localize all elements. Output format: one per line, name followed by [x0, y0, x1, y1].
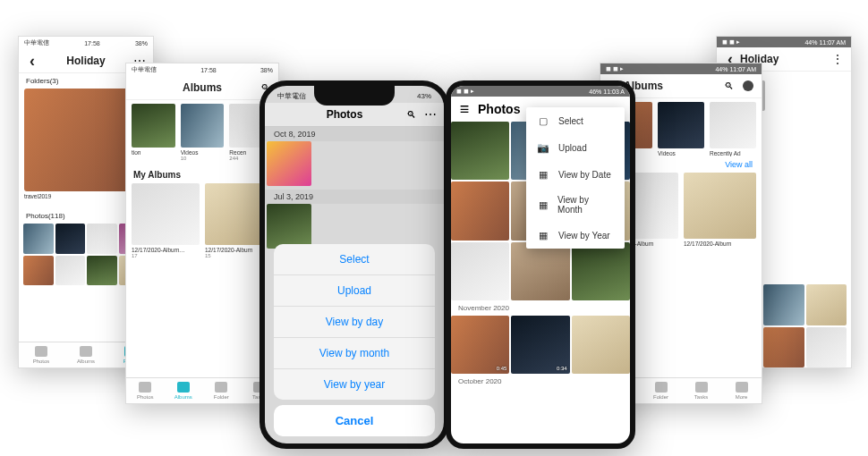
photo-thumb[interactable]: [763, 327, 804, 367]
photo-thumb[interactable]: [267, 141, 311, 186]
sheet-upload[interactable]: Upload: [274, 274, 435, 306]
section-october: October 2020: [451, 374, 630, 389]
photo-thumb[interactable]: [572, 242, 630, 300]
tab-photos[interactable]: Photos: [19, 342, 64, 367]
photo-thumb[interactable]: [763, 284, 804, 325]
album-thumb[interactable]: [658, 102, 704, 148]
photos-grid-nov: 0:45 0:34: [451, 316, 630, 374]
sheet-view-by-day[interactable]: View by day: [274, 306, 435, 337]
menu-select[interactable]: ▢Select: [526, 107, 625, 134]
tab-label: Tasks: [694, 394, 708, 400]
stage: 中華電信 17:58 38% Holiday Folders(3) travel…: [0, 0, 868, 456]
photo-thumb[interactable]: [451, 182, 509, 240]
page-title: Photos: [285, 108, 404, 121]
status-bar: ◼ ◼ ▸ 44% 11:07 AM: [600, 63, 762, 74]
page-title: Albums: [620, 80, 722, 92]
tab-albums[interactable]: Albums: [64, 342, 108, 367]
album-thumb[interactable]: [132, 183, 200, 245]
photo-thumb[interactable]: [806, 327, 847, 367]
grid-icon: ▦: [537, 229, 549, 241]
menu-label: Upload: [558, 143, 587, 153]
menu-view-by-date[interactable]: ▦View by Date: [526, 161, 625, 188]
status-bar: ◼ ◼ ▸ 46% 11:03 A: [451, 86, 630, 97]
album-thumb[interactable]: [684, 173, 756, 239]
menu-view-by-month[interactable]: ▦View by Month: [526, 188, 625, 222]
photo-thumb[interactable]: [806, 284, 847, 325]
avatar-icon[interactable]: [742, 80, 754, 92]
tab-label: Albums: [174, 394, 192, 400]
sheet-view-by-month[interactable]: View by month: [274, 337, 435, 368]
status-bar: ◼ ◼ ▸ 44% 11:07 AM: [717, 37, 851, 47]
status-left: ◼ ◼ ▸: [606, 65, 624, 72]
status-right: 46% 11:03 A: [589, 89, 625, 95]
tab-label: Folder: [214, 394, 229, 400]
sheet-select[interactable]: Select: [274, 244, 435, 274]
header: Albums: [126, 76, 278, 100]
date-header-1: Oct 8, 2019: [265, 127, 444, 141]
tab-albums[interactable]: Albums: [165, 378, 203, 403]
grid-icon: ▦: [537, 198, 549, 211]
photo-thumb[interactable]: [55, 256, 86, 286]
menu-label: View by Month: [557, 195, 612, 215]
menu-label: Select: [558, 116, 583, 126]
sheet-view-by-year[interactable]: View by year: [274, 368, 435, 400]
notch: [314, 86, 395, 106]
menu-icon[interactable]: [458, 103, 471, 115]
album-caption: 12/17/2020-Album…: [132, 247, 200, 253]
clock: 17:58: [84, 40, 100, 46]
panel-ios-albums: 中華電信 17:58 38% Albums tion Videos10 Rece…: [125, 63, 279, 404]
status-left: ◼ ◼ ▸: [722, 38, 740, 46]
tab-label: More: [736, 394, 748, 400]
photo-thumb[interactable]: [23, 224, 54, 254]
album-caption: Recently Ad: [710, 150, 756, 156]
photo-thumb[interactable]: [451, 122, 509, 180]
sheet-options: Select Upload View by day View by month …: [274, 244, 435, 400]
menu-label: View by Date: [558, 170, 611, 180]
more-icon[interactable]: [424, 108, 437, 121]
photo-thumb[interactable]: [451, 242, 509, 300]
photo-thumb[interactable]: [267, 204, 311, 249]
photo-thumb[interactable]: [87, 256, 117, 286]
photo-thumb[interactable]: [572, 316, 630, 374]
tab-label: Folder: [653, 394, 668, 400]
tab-folder[interactable]: Folder: [641, 378, 681, 403]
video-thumb[interactable]: 0:34: [511, 316, 569, 374]
sheet-cancel[interactable]: Cancel: [274, 405, 435, 436]
photo-thumb[interactable]: [55, 224, 86, 254]
upload-icon: 📷: [537, 141, 549, 154]
iphone-screen: 中華電信 43% Photos Oct 8, 2019 Jul 3, 2019: [265, 86, 444, 443]
photo-thumb[interactable]: [23, 256, 54, 286]
search-icon[interactable]: [404, 108, 417, 121]
tab-folder[interactable]: Folder: [202, 378, 241, 403]
tab-tasks[interactable]: Tasks: [681, 378, 721, 403]
album-caption: Videos: [181, 149, 225, 156]
search-icon[interactable]: [722, 80, 735, 92]
album-thumb[interactable]: [132, 104, 175, 148]
album-thumb[interactable]: [181, 104, 225, 148]
photo-thumb[interactable]: [511, 242, 569, 300]
album-count: 10: [181, 156, 225, 161]
back-icon[interactable]: [26, 55, 38, 67]
tab-more[interactable]: More: [721, 378, 762, 403]
menu-upload[interactable]: 📷Upload: [526, 134, 625, 161]
album-caption: 12/17/2020-Album: [684, 241, 756, 247]
android-frame: ◼ ◼ ▸ 46% 11:03 A Photos November 2020 0…: [446, 80, 635, 449]
status-left: ◼ ◼ ▸: [456, 88, 474, 95]
date-header-2: Jul 3, 2019: [265, 190, 444, 204]
video-duration: 0:45: [497, 366, 507, 371]
menu-view-by-year[interactable]: ▦View by Year: [526, 222, 625, 249]
carrier: 中華電信: [24, 38, 49, 47]
select-icon: ▢: [537, 114, 549, 127]
status-bar: 中華電信 17:58 38%: [19, 37, 153, 49]
bottom-tabs: Photos Albums Folder Tasks: [126, 377, 278, 403]
battery: 38%: [260, 67, 273, 73]
grid-icon: ▦: [537, 168, 549, 181]
tab-label: Photos: [137, 394, 154, 400]
my-albums-label: My Albums: [126, 166, 278, 183]
video-thumb[interactable]: 0:45: [451, 316, 509, 374]
photo-thumb[interactable]: [87, 224, 117, 254]
battery: 38%: [135, 40, 148, 46]
album-thumb[interactable]: [710, 102, 756, 148]
tab-photos[interactable]: Photos: [126, 378, 165, 403]
kebab-icon[interactable]: [831, 53, 844, 65]
